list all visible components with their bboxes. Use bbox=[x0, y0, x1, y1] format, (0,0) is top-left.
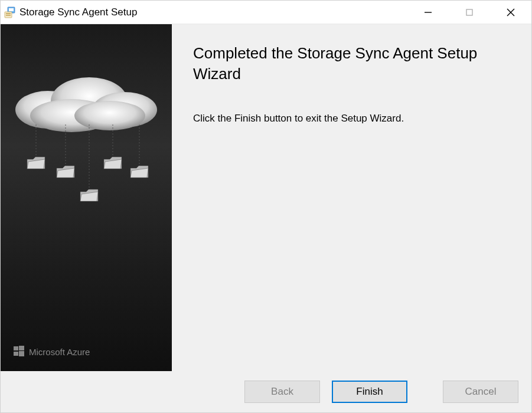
svg-rect-4 bbox=[6, 15, 11, 16]
windows-logo-icon bbox=[14, 346, 24, 358]
wizard-instruction: Click the Finish button to exit the Setu… bbox=[193, 113, 510, 124]
window-controls bbox=[407, 1, 531, 24]
maximize-button bbox=[449, 1, 490, 24]
window-title: Storage Sync Agent Setup bbox=[19, 6, 137, 18]
main-panel: Completed the Storage Sync Agent Setup W… bbox=[172, 24, 531, 371]
wizard-banner: Microsoft Azure bbox=[1, 24, 172, 371]
finish-button[interactable]: Finish bbox=[332, 381, 407, 403]
svg-rect-29 bbox=[14, 346, 18, 350]
content-area: Microsoft Azure Completed the Storage Sy… bbox=[1, 24, 531, 371]
back-button: Back bbox=[244, 381, 320, 403]
wizard-heading: Completed the Storage Sync Agent Setup W… bbox=[193, 43, 510, 84]
close-button[interactable] bbox=[490, 1, 531, 24]
folders-icon bbox=[12, 124, 160, 213]
azure-brand-text: Microsoft Azure bbox=[29, 347, 90, 357]
svg-rect-32 bbox=[19, 351, 24, 356]
installer-icon bbox=[4, 6, 16, 18]
azure-brand: Microsoft Azure bbox=[14, 346, 90, 358]
minimize-button[interactable] bbox=[407, 1, 449, 24]
cancel-button: Cancel bbox=[443, 381, 518, 403]
svg-rect-31 bbox=[14, 352, 18, 356]
installer-window: Storage Sync Agent Setup bbox=[0, 0, 532, 413]
svg-rect-3 bbox=[6, 13, 11, 14]
svg-rect-1 bbox=[9, 8, 14, 11]
svg-rect-30 bbox=[19, 346, 24, 350]
svg-rect-6 bbox=[466, 9, 472, 15]
titlebar: Storage Sync Agent Setup bbox=[1, 1, 531, 24]
wizard-footer: Back Finish Cancel bbox=[1, 371, 531, 412]
cloud-icon bbox=[6, 68, 166, 133]
